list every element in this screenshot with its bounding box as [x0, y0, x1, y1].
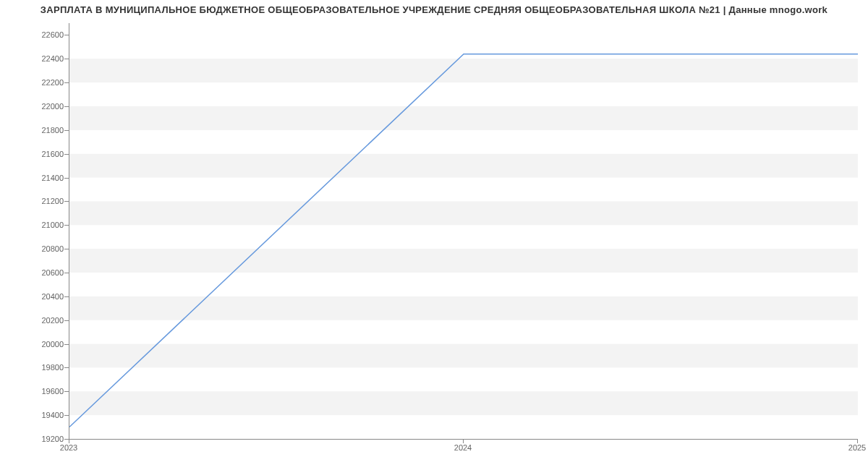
y-tick-label: 21800 — [27, 126, 64, 134]
y-tick-label: 20400 — [27, 292, 64, 301]
chart-title: ЗАРПЛАТА В МУНИЦИПАЛЬНОЕ БЮДЖЕТНОЕ ОБЩЕО… — [0, 4, 868, 15]
y-tick-label: 20600 — [27, 268, 64, 277]
svg-rect-2 — [69, 296, 858, 320]
y-tick-label: 20200 — [27, 316, 64, 325]
y-tick-label: 22400 — [27, 54, 64, 63]
y-tick-label: 19600 — [27, 387, 64, 396]
svg-rect-4 — [69, 201, 858, 225]
y-tick-label: 22600 — [27, 30, 64, 39]
svg-rect-6 — [69, 106, 858, 130]
svg-rect-5 — [69, 154, 858, 178]
x-tick-label: 2024 — [454, 443, 472, 452]
y-tick-label: 20800 — [27, 244, 64, 253]
y-tick-label: 19400 — [27, 411, 64, 419]
svg-rect-3 — [69, 249, 858, 273]
y-tick-label: 21400 — [27, 174, 64, 182]
y-tick-label: 19800 — [27, 363, 64, 372]
y-tick-label: 21000 — [27, 221, 64, 229]
y-tick-label: 21200 — [27, 197, 64, 205]
y-tick-label: 22000 — [27, 102, 64, 111]
y-tick-label: 21600 — [27, 150, 64, 158]
chart-container: ЗАРПЛАТА В МУНИЦИПАЛЬНОЕ БЮДЖЕТНОЕ ОБЩЕО… — [0, 0, 868, 470]
svg-rect-0 — [69, 391, 858, 415]
plot-area — [69, 23, 858, 440]
y-tick-label: 22200 — [27, 78, 64, 87]
y-tick-label: 20000 — [27, 340, 64, 349]
svg-rect-1 — [69, 344, 858, 368]
svg-rect-7 — [69, 59, 858, 82]
x-tick-label: 2025 — [848, 443, 866, 452]
y-tick-label: 19200 — [27, 435, 64, 443]
x-tick-label: 2023 — [60, 443, 77, 452]
chart-svg — [69, 23, 858, 439]
